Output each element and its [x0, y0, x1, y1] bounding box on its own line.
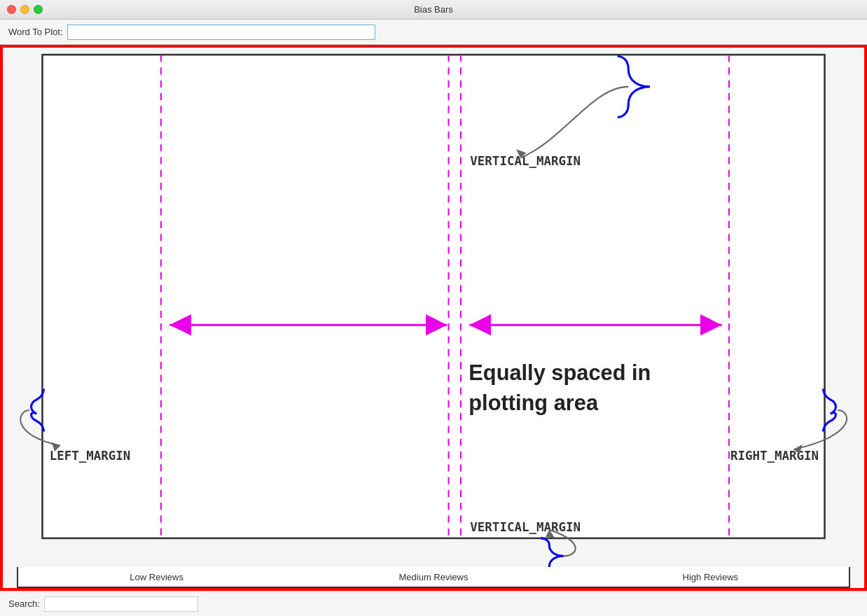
svg-text:plotting area: plotting area	[469, 391, 599, 415]
svg-rect-0	[42, 55, 824, 538]
svg-text:LEFT_MARGIN: LEFT_MARGIN	[50, 449, 131, 463]
x-label-high: High Reviews	[572, 572, 849, 582]
search-input[interactable]	[44, 596, 198, 612]
word-to-plot-input[interactable]	[67, 24, 375, 40]
close-button[interactable]	[7, 5, 16, 14]
chart-area: VERTICAL_MARGIN VERTICAL_MARGIN LEFT_MAR…	[3, 48, 864, 588]
x-axis-labels: Low Reviews Medium Reviews High Reviews	[17, 567, 850, 588]
main-area: VERTICAL_MARGIN VERTICAL_MARGIN LEFT_MAR…	[0, 45, 867, 591]
svg-text:VERTICAL_MARGIN: VERTICAL_MARGIN	[470, 520, 581, 534]
x-label-medium: Medium Reviews	[295, 572, 571, 582]
minimize-button[interactable]	[20, 5, 29, 14]
chart-svg: VERTICAL_MARGIN VERTICAL_MARGIN LEFT_MAR…	[3, 48, 864, 588]
window-controls	[7, 5, 43, 14]
maximize-button[interactable]	[34, 5, 43, 14]
x-label-low: Low Reviews	[18, 572, 295, 582]
svg-text:Equally spaced in: Equally spaced in	[469, 361, 651, 386]
svg-text:RIGHT_MARGIN: RIGHT_MARGIN	[730, 449, 819, 463]
word-to-plot-row: Word To Plot:	[0, 20, 867, 45]
word-to-plot-label: Word To Plot:	[8, 27, 63, 37]
titlebar: Bias Bars	[0, 0, 867, 20]
window-title: Bias Bars	[414, 4, 453, 15]
search-label: Search:	[8, 598, 40, 609]
search-row: Search:	[0, 591, 867, 616]
